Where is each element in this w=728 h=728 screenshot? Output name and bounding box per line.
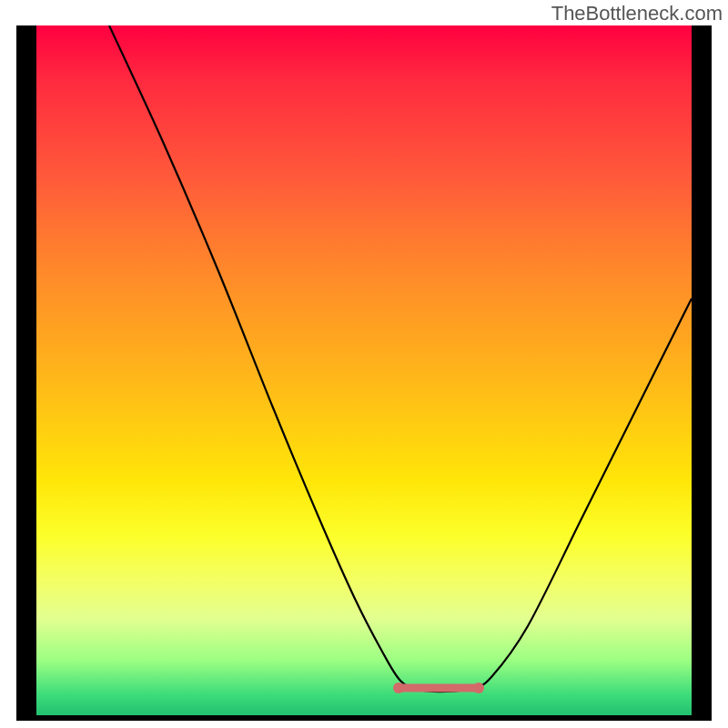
- watermark-text: TheBottleneck.com: [551, 2, 723, 25]
- flat-start-dot: [393, 682, 404, 693]
- curve-overlay: [36, 25, 692, 715]
- flat-end-dot: [473, 682, 484, 693]
- plot-frame: [16, 25, 712, 721]
- chart-stage: TheBottleneck.com: [0, 0, 728, 728]
- bottleneck-curve: [109, 25, 692, 692]
